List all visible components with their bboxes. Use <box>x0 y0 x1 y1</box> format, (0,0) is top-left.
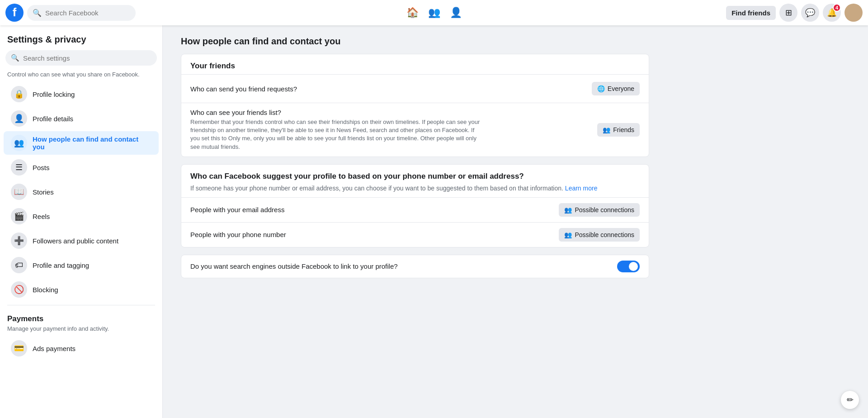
profile-locking-icon: 🔒 <box>11 86 27 102</box>
payments-desc: Manage your payment info and activity. <box>0 325 162 336</box>
sidebar-item-followers-public[interactable]: ➕ Followers and public content <box>4 229 159 252</box>
reels-icon: 🎬 <box>11 208 27 224</box>
posts-icon: ☰ <box>11 159 27 176</box>
email-address-label: People with your email address <box>190 206 284 214</box>
stories-icon: 📖 <box>11 184 27 200</box>
page-title: How people can find and contact you <box>181 36 649 47</box>
sidebar-item-profile-details[interactable]: 👤 Profile details <box>4 107 159 130</box>
sidebar-item-stories[interactable]: 📖 Stories <box>4 180 159 204</box>
phone-value-button[interactable]: 👥 Possible connections <box>559 228 640 242</box>
sidebar-item-ads-payments[interactable]: 💳 Ads payments <box>4 337 159 360</box>
sidebar-search-icon: 🔍 <box>11 54 19 62</box>
grid-menu-button[interactable]: ⊞ <box>779 4 797 22</box>
page-layout: Settings & privacy 🔍 Control who can see… <box>0 25 868 418</box>
facebook-logo[interactable]: f <box>5 4 24 22</box>
friends-icon-btn: 👥 <box>603 126 610 133</box>
phone-number-label: People with your phone number <box>190 231 286 238</box>
toggle-slider <box>617 261 640 272</box>
sidebar-item-blocking-label: Blocking <box>33 286 58 294</box>
search-engine-toggle[interactable] <box>617 261 640 272</box>
suggest-profile-card: Who can Facebook suggest your profile to… <box>181 164 649 247</box>
friends-list-row: Who can see your friends list? Remember … <box>181 103 649 157</box>
dating-nav-button[interactable]: 👤 <box>445 2 467 24</box>
sidebar-item-profile-details-label: Profile details <box>33 115 73 123</box>
your-friends-card-title: Your friends <box>181 54 649 74</box>
write-button[interactable]: ✏ <box>841 391 859 409</box>
settings-search-input[interactable] <box>23 54 151 62</box>
friends-list-value-button[interactable]: 👥 Friends <box>597 123 640 137</box>
notification-badge: 4 <box>833 4 841 12</box>
search-engine-row: Do you want search engines outside Faceb… <box>181 255 649 278</box>
sidebar-item-profile-tagging[interactable]: 🏷 Profile and tagging <box>4 253 159 277</box>
suggest-card-desc-text: If someone has your phone number or emai… <box>190 185 563 192</box>
friend-request-label: Who can send you friend requests? <box>190 85 297 93</box>
sidebar-item-reels[interactable]: 🎬 Reels <box>4 204 159 228</box>
write-icon: ✏ <box>847 395 854 405</box>
phone-number-row: People with your phone number 👥 Possible… <box>181 222 649 247</box>
sidebar-item-profile-locking-label: Profile locking <box>33 90 75 98</box>
global-search-input[interactable] <box>45 9 130 17</box>
blocking-icon: 🚫 <box>11 281 27 298</box>
search-engine-card: Do you want search engines outside Faceb… <box>181 255 649 278</box>
sidebar-item-profile-tagging-label: Profile and tagging <box>33 261 89 269</box>
friends-list-label: Who can see your friends list? <box>190 109 484 116</box>
sidebar-item-blocking[interactable]: 🚫 Blocking <box>4 278 159 301</box>
sidebar-item-posts[interactable]: ☰ Posts <box>4 156 159 179</box>
suggest-card-title: Who can Facebook suggest your profile to… <box>181 165 649 185</box>
user-avatar[interactable] <box>844 4 863 22</box>
topnav: f 🔍 🏠 👥 👤 Find friends ⊞ 💬 🔔 4 <box>0 0 868 25</box>
friend-request-value-button[interactable]: 🌐 Everyone <box>592 82 640 95</box>
friends-list-desc: Remember that your friends control who c… <box>190 118 484 151</box>
fb-f-letter: f <box>13 6 17 18</box>
sidebar-item-how-people-find[interactable]: 👥 How people can find and contact you <box>4 131 159 155</box>
friends-list-value: Friends <box>613 126 634 133</box>
sidebar-item-reels-label: Reels <box>33 213 50 220</box>
learn-more-link[interactable]: Learn more <box>565 185 598 192</box>
suggest-card-desc: If someone has your phone number or emai… <box>181 185 649 197</box>
search-engine-label: Do you want search engines outside Faceb… <box>190 262 398 270</box>
sidebar-header: Settings & privacy <box>0 29 162 47</box>
friend-request-value: Everyone <box>608 85 634 92</box>
phone-value: Possible connections <box>575 231 634 238</box>
sidebar-item-how-people-find-label: How people can find and contact you <box>33 135 151 151</box>
search-icon: 🔍 <box>33 9 42 17</box>
globe-icon: 🌐 <box>597 85 605 92</box>
email-connections-icon: 👥 <box>564 206 572 214</box>
find-friends-button[interactable]: Find friends <box>726 6 776 20</box>
dating-icon: 👤 <box>450 7 462 19</box>
friend-request-row: Who can send you friend requests? 🌐 Ever… <box>181 74 649 103</box>
topnav-right-actions: Find friends ⊞ 💬 🔔 4 <box>726 4 863 22</box>
sidebar-item-profile-locking[interactable]: 🔒 Profile locking <box>4 82 159 106</box>
sidebar-item-ads-payments-label: Ads payments <box>33 345 75 352</box>
email-address-row: People with your email address 👥 Possibl… <box>181 197 649 222</box>
profile-tagging-icon: 🏷 <box>11 257 27 273</box>
topnav-center-nav: 🏠 👥 👤 <box>401 2 467 24</box>
notifications-button[interactable]: 🔔 4 <box>823 4 841 22</box>
sidebar-item-stories-label: Stories <box>33 188 54 196</box>
friends-icon: 👥 <box>428 7 440 19</box>
friends-nav-button[interactable]: 👥 <box>423 2 445 24</box>
grid-icon: ⊞ <box>785 8 792 18</box>
settings-sidebar: Settings & privacy 🔍 Control who can see… <box>0 25 163 418</box>
followers-public-icon: ➕ <box>11 233 27 249</box>
global-search-bar[interactable]: 🔍 <box>27 5 136 21</box>
sidebar-divider <box>7 305 155 305</box>
phone-connections-icon: 👥 <box>564 231 572 238</box>
ads-payments-icon: 💳 <box>11 340 27 356</box>
main-content: How people can find and contact you Your… <box>163 25 660 418</box>
email-value-button[interactable]: 👥 Possible connections <box>559 203 640 217</box>
profile-details-icon: 👤 <box>11 110 27 127</box>
home-nav-button[interactable]: 🏠 <box>401 2 423 24</box>
home-icon: 🏠 <box>406 7 419 19</box>
payments-header: Payments <box>0 309 162 325</box>
sidebar-item-followers-public-label: Followers and public content <box>33 237 118 245</box>
how-people-find-icon: 👥 <box>11 135 27 151</box>
sidebar-desc: Control who can see what you share on Fa… <box>0 69 162 81</box>
sidebar-item-posts-label: Posts <box>33 164 50 171</box>
messenger-button[interactable]: 💬 <box>801 4 819 22</box>
settings-search-bar[interactable]: 🔍 <box>5 50 157 66</box>
messenger-icon: 💬 <box>805 8 815 18</box>
your-friends-card: Your friends Who can send you friend req… <box>181 54 649 157</box>
email-value: Possible connections <box>575 206 634 214</box>
